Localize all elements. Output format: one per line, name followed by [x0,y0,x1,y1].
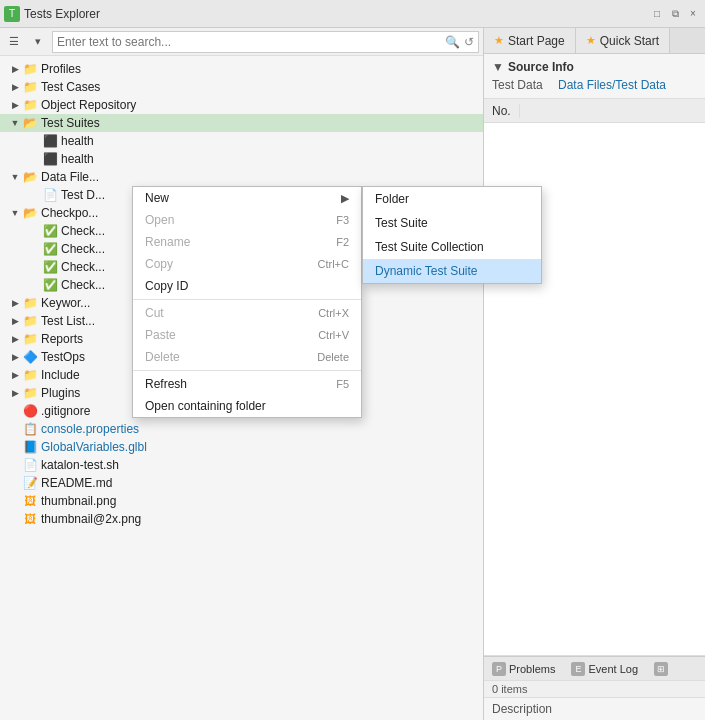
search-input[interactable] [57,35,445,49]
cm-label-new: New [145,191,169,205]
cm-shortcut-cut: Ctrl+X [318,307,349,319]
th-no: No. [484,104,520,118]
tree-item-console[interactable]: 📋 console.properties [0,420,483,438]
expand-plugins[interactable]: ▶ [8,386,22,400]
tree-item-globalvars[interactable]: 📘 GlobalVariables.glbl [0,438,483,456]
bottom-tab-eventlog[interactable]: E Event Log [567,662,642,676]
label-objrepo: Object Repository [41,98,136,112]
search-icon[interactable]: 🔍 [445,35,460,49]
tree-item-katalon[interactable]: 📄 katalon-test.sh [0,456,483,474]
bottom-tab-extra[interactable]: ⊞ [650,662,672,676]
bottom-tab-problems[interactable]: P Problems [488,662,559,676]
tab-label-startpage: Start Page [508,34,565,48]
tree-item-testsuites[interactable]: ▼ 📂 Test Suites [0,114,483,132]
label-testsuites: Test Suites [41,116,100,130]
sm-item-testsuitecollection[interactable]: Test Suite Collection [363,235,541,259]
cm-item-copyid[interactable]: Copy ID [133,275,361,297]
restore-button[interactable]: ⧉ [667,6,683,22]
sm-item-dynamictestsuite[interactable]: Dynamic Test Suite [363,259,541,283]
cm-item-open[interactable]: Open F3 [133,209,361,231]
tree-item-health2[interactable]: ▶ ⬛ health [0,150,483,168]
tree-item-readme[interactable]: 📝 README.md [0,474,483,492]
source-info-arrow[interactable]: ▼ [492,60,504,74]
cm-item-cut[interactable]: Cut Ctrl+X [133,302,361,324]
md-icon: 📝 [22,475,38,491]
label-console: console.properties [41,422,139,436]
tab-star-quickstart: ★ [586,34,596,47]
png2x-icon: 🖼 [22,511,38,527]
tree-item-thumbnail[interactable]: 🖼 thumbnail.png [0,492,483,510]
cm-item-opencontaining[interactable]: Open containing folder [133,395,361,417]
expand-include[interactable]: ▶ [8,368,22,382]
expand-testlisteners[interactable]: ▶ [8,314,22,328]
cm-label-opencontaining: Open containing folder [145,399,266,413]
submenu-new: Folder Test Suite Test Suite Collection … [362,186,542,284]
sm-item-testsuite[interactable]: Test Suite [363,211,541,235]
expand-testops[interactable]: ▶ [8,350,22,364]
toolbar: ☰ ▾ 🔍 ↺ [0,28,483,56]
testops-icon: 🔷 [22,349,38,365]
cm-label-refresh: Refresh [145,377,187,391]
props-icon: 📋 [22,421,38,437]
expand-reports[interactable]: ▶ [8,332,22,346]
tab-quickstart[interactable]: ★ Quick Start [576,28,670,53]
bottom-bar: P Problems E Event Log ⊞ [484,656,705,680]
sm-label-folder: Folder [375,192,409,206]
cm-shortcut-paste: Ctrl+V [318,329,349,341]
tree-item-datafiles[interactable]: ▼ 📂 Data File... [0,168,483,186]
label-gitignore: .gitignore [41,404,90,418]
label-testops: TestOps [41,350,85,364]
expand-checkpoints[interactable]: ▼ [8,206,22,220]
main-layout: ☰ ▾ 🔍 ↺ ▶ 📁 Profiles ▶ [0,28,705,720]
status-count: 0 items [492,683,527,695]
sm-label-testsuite: Test Suite [375,216,428,230]
window-controls: □ ⧉ × [649,6,701,22]
search-icons: 🔍 ↺ [445,35,474,49]
tree-item-thumbnail2x[interactable]: 🖼 thumbnail@2x.png [0,510,483,528]
expand-keywords[interactable]: ▶ [8,296,22,310]
cm-item-refresh[interactable]: Refresh F5 [133,373,361,395]
expand-profiles[interactable]: ▶ [8,62,22,76]
expand-objrepo[interactable]: ▶ [8,98,22,112]
cm-item-rename[interactable]: Rename F2 [133,231,361,253]
tab-star-startpage: ★ [494,34,504,47]
extra-icon: ⊞ [654,662,668,676]
gitignore-icon: 🔴 [22,403,38,419]
source-info-link[interactable]: Data Files/Test Data [558,78,666,92]
tests-explorer-panel: ☰ ▾ 🔍 ↺ ▶ 📁 Profiles ▶ [0,28,484,720]
label-keywords: Keywor... [41,296,90,310]
expand-testsuites[interactable]: ▼ [8,116,22,130]
folder-icon: 📁 [22,61,38,77]
search-box: 🔍 ↺ [52,31,479,53]
suite-icon2: ⬛ [42,151,58,167]
tab-startpage[interactable]: ★ Start Page [484,28,576,53]
close-button[interactable]: × [685,6,701,22]
folder-icon4: 📁 [22,313,38,329]
cm-item-delete[interactable]: Delete Delete [133,346,361,368]
global-icon: 📘 [22,439,38,455]
cm-item-new[interactable]: New ▶ [133,187,361,209]
label-checkpoints: Checkpo... [41,206,98,220]
file-icon: 📄 [42,187,58,203]
source-info-key: Test Data [492,78,552,92]
dropdown-button[interactable]: ▾ [28,32,48,52]
cm-item-paste[interactable]: Paste Ctrl+V [133,324,361,346]
expand-datafiles[interactable]: ▼ [8,170,22,184]
list-button[interactable]: ☰ [4,32,24,52]
label-testdata: Test D... [61,188,105,202]
refresh-icon[interactable]: ↺ [464,35,474,49]
tree-item-profiles[interactable]: ▶ 📁 Profiles [0,60,483,78]
sm-item-folder[interactable]: Folder [363,187,541,211]
label-katalon: katalon-test.sh [41,458,119,472]
tree-item-testcases[interactable]: ▶ 📁 Test Cases [0,78,483,96]
cm-separator2 [133,370,361,371]
label-profiles: Profiles [41,62,81,76]
cm-item-copy[interactable]: Copy Ctrl+C [133,253,361,275]
expand-testcases[interactable]: ▶ [8,80,22,94]
label-reports: Reports [41,332,83,346]
app-icon: T [4,6,20,22]
tree-item-health1[interactable]: ▶ ⬛ health [0,132,483,150]
label-check4: Check... [61,278,105,292]
tree-item-objrepo[interactable]: ▶ 📁 Object Repository [0,96,483,114]
minimize-button[interactable]: □ [649,6,665,22]
